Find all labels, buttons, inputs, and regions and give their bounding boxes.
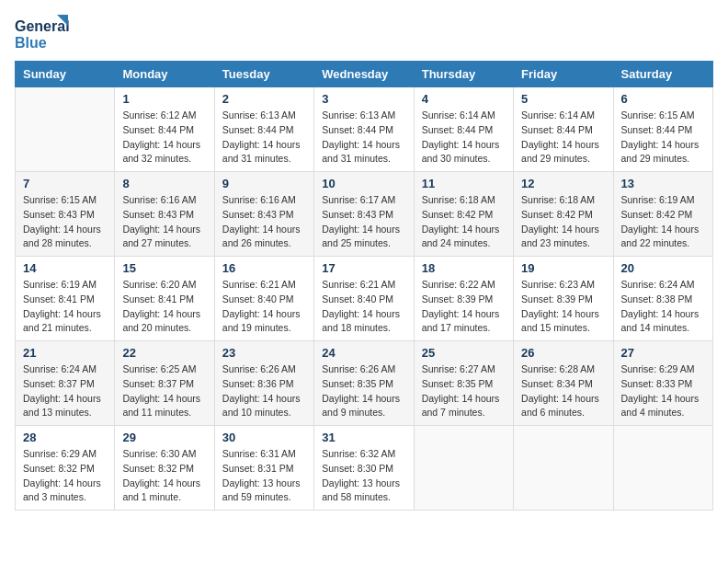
day-number: 31: [322, 431, 405, 444]
day-number: 24: [322, 346, 405, 360]
day-info: Sunrise: 6:27 AMSunset: 8:35 PMDaylight:…: [422, 362, 506, 420]
calendar-cell: 21Sunrise: 6:24 AMSunset: 8:37 PMDayligh…: [16, 341, 115, 426]
day-info: Sunrise: 6:12 AMSunset: 8:44 PMDaylight:…: [122, 109, 206, 167]
calendar-cell: 5Sunrise: 6:14 AMSunset: 8:44 PMDaylight…: [514, 87, 613, 172]
day-number: 28: [23, 431, 107, 444]
calendar-cell: 9Sunrise: 6:16 AMSunset: 8:43 PMDaylight…: [214, 172, 313, 257]
calendar-cell: 27Sunrise: 6:29 AMSunset: 8:33 PMDayligh…: [613, 341, 712, 426]
day-number: 10: [322, 177, 405, 190]
calendar-table: SundayMondayTuesdayWednesdayThursdayFrid…: [15, 61, 713, 511]
day-info: Sunrise: 6:30 AMSunset: 8:32 PMDaylight:…: [122, 447, 206, 505]
day-info: Sunrise: 6:21 AMSunset: 8:40 PMDaylight:…: [222, 278, 306, 336]
day-info: Sunrise: 6:29 AMSunset: 8:32 PMDaylight:…: [23, 447, 107, 505]
calendar-cell: 13Sunrise: 6:19 AMSunset: 8:42 PMDayligh…: [613, 172, 712, 257]
day-number: 26: [521, 346, 605, 360]
day-info: Sunrise: 6:24 AMSunset: 8:38 PMDaylight:…: [621, 278, 705, 336]
calendar-cell: 24Sunrise: 6:26 AMSunset: 8:35 PMDayligh…: [314, 341, 414, 426]
day-info: Sunrise: 6:18 AMSunset: 8:42 PMDaylight:…: [422, 193, 506, 251]
calendar-cell: 1Sunrise: 6:12 AMSunset: 8:44 PMDaylight…: [115, 87, 214, 172]
day-number: 17: [322, 261, 405, 275]
day-info: Sunrise: 6:29 AMSunset: 8:33 PMDaylight:…: [621, 362, 705, 420]
calendar-cell: 31Sunrise: 6:32 AMSunset: 8:30 PMDayligh…: [314, 426, 414, 511]
calendar-cell: 3Sunrise: 6:13 AMSunset: 8:44 PMDaylight…: [314, 87, 414, 172]
day-number: 11: [422, 177, 506, 190]
day-number: 27: [621, 346, 705, 360]
day-info: Sunrise: 6:17 AMSunset: 8:43 PMDaylight:…: [322, 193, 405, 251]
day-info: Sunrise: 6:22 AMSunset: 8:39 PMDaylight:…: [422, 278, 506, 336]
day-info: Sunrise: 6:32 AMSunset: 8:30 PMDaylight:…: [322, 447, 405, 505]
day-info: Sunrise: 6:15 AMSunset: 8:43 PMDaylight:…: [23, 193, 107, 251]
day-number: 5: [521, 92, 605, 106]
day-info: Sunrise: 6:26 AMSunset: 8:36 PMDaylight:…: [222, 362, 306, 420]
day-info: Sunrise: 6:19 AMSunset: 8:41 PMDaylight:…: [23, 278, 107, 336]
week-row-5: 28Sunrise: 6:29 AMSunset: 8:32 PMDayligh…: [16, 426, 713, 511]
day-number: 15: [122, 261, 206, 275]
header-friday: Friday: [514, 62, 613, 87]
day-number: 8: [122, 177, 206, 190]
day-number: 29: [122, 431, 206, 444]
calendar-cell: 16Sunrise: 6:21 AMSunset: 8:40 PMDayligh…: [214, 257, 313, 341]
svg-text:Blue: Blue: [15, 35, 47, 51]
day-number: 13: [621, 177, 705, 190]
calendar-cell: 29Sunrise: 6:30 AMSunset: 8:32 PMDayligh…: [115, 426, 214, 511]
calendar-cell: 6Sunrise: 6:15 AMSunset: 8:44 PMDaylight…: [613, 87, 712, 172]
day-number: 3: [322, 92, 405, 106]
day-info: Sunrise: 6:26 AMSunset: 8:35 PMDaylight:…: [322, 362, 405, 420]
day-info: Sunrise: 6:24 AMSunset: 8:37 PMDaylight:…: [23, 362, 107, 420]
day-info: Sunrise: 6:14 AMSunset: 8:44 PMDaylight:…: [521, 109, 605, 167]
day-info: Sunrise: 6:13 AMSunset: 8:44 PMDaylight:…: [222, 109, 306, 167]
day-number: 30: [222, 431, 306, 444]
calendar-cell: 11Sunrise: 6:18 AMSunset: 8:42 PMDayligh…: [414, 172, 513, 257]
day-number: 19: [521, 261, 605, 275]
day-number: 25: [422, 346, 506, 360]
calendar-cell: [613, 426, 712, 511]
calendar-cell: 4Sunrise: 6:14 AMSunset: 8:44 PMDaylight…: [414, 87, 513, 172]
logo: GeneralBlue: [15, 15, 70, 53]
calendar-cell: 17Sunrise: 6:21 AMSunset: 8:40 PMDayligh…: [314, 257, 414, 341]
day-info: Sunrise: 6:23 AMSunset: 8:39 PMDaylight:…: [521, 278, 605, 336]
week-row-3: 14Sunrise: 6:19 AMSunset: 8:41 PMDayligh…: [16, 257, 713, 341]
calendar-cell: 15Sunrise: 6:20 AMSunset: 8:41 PMDayligh…: [115, 257, 214, 341]
svg-text:General: General: [15, 18, 70, 34]
day-number: 22: [122, 346, 206, 360]
day-info: Sunrise: 6:31 AMSunset: 8:31 PMDaylight:…: [222, 447, 306, 505]
day-number: 16: [222, 261, 306, 275]
header-monday: Monday: [115, 62, 214, 87]
day-number: 21: [23, 346, 107, 360]
calendar-cell: 28Sunrise: 6:29 AMSunset: 8:32 PMDayligh…: [16, 426, 115, 511]
calendar-cell: 30Sunrise: 6:31 AMSunset: 8:31 PMDayligh…: [214, 426, 313, 511]
day-number: 4: [422, 92, 506, 106]
calendar-header-row: SundayMondayTuesdayWednesdayThursdayFrid…: [16, 62, 713, 87]
day-info: Sunrise: 6:16 AMSunset: 8:43 PMDaylight:…: [122, 193, 206, 251]
day-number: 20: [621, 261, 705, 275]
day-number: 2: [222, 92, 306, 106]
day-info: Sunrise: 6:28 AMSunset: 8:34 PMDaylight:…: [521, 362, 605, 420]
calendar-cell: 23Sunrise: 6:26 AMSunset: 8:36 PMDayligh…: [214, 341, 313, 426]
calendar-cell: 20Sunrise: 6:24 AMSunset: 8:38 PMDayligh…: [613, 257, 712, 341]
day-info: Sunrise: 6:14 AMSunset: 8:44 PMDaylight:…: [422, 109, 506, 167]
calendar-cell: 22Sunrise: 6:25 AMSunset: 8:37 PMDayligh…: [115, 341, 214, 426]
day-number: 9: [222, 177, 306, 190]
week-row-1: 1Sunrise: 6:12 AMSunset: 8:44 PMDaylight…: [16, 87, 713, 172]
calendar-cell: 18Sunrise: 6:22 AMSunset: 8:39 PMDayligh…: [414, 257, 513, 341]
header-saturday: Saturday: [613, 62, 712, 87]
header-thursday: Thursday: [414, 62, 513, 87]
calendar-cell: 14Sunrise: 6:19 AMSunset: 8:41 PMDayligh…: [16, 257, 115, 341]
day-info: Sunrise: 6:15 AMSunset: 8:44 PMDaylight:…: [621, 109, 705, 167]
day-number: 23: [222, 346, 306, 360]
calendar-cell: 8Sunrise: 6:16 AMSunset: 8:43 PMDaylight…: [115, 172, 214, 257]
calendar-cell: 2Sunrise: 6:13 AMSunset: 8:44 PMDaylight…: [214, 87, 313, 172]
day-number: 18: [422, 261, 506, 275]
calendar-cell: 25Sunrise: 6:27 AMSunset: 8:35 PMDayligh…: [414, 341, 513, 426]
calendar-cell: 7Sunrise: 6:15 AMSunset: 8:43 PMDaylight…: [16, 172, 115, 257]
calendar-cell: [414, 426, 513, 511]
header-tuesday: Tuesday: [214, 62, 313, 87]
day-number: 12: [521, 177, 605, 190]
calendar-cell: [16, 87, 115, 172]
header-wednesday: Wednesday: [314, 62, 414, 87]
day-number: 1: [122, 92, 206, 106]
calendar-cell: 10Sunrise: 6:17 AMSunset: 8:43 PMDayligh…: [314, 172, 414, 257]
week-row-2: 7Sunrise: 6:15 AMSunset: 8:43 PMDaylight…: [16, 172, 713, 257]
day-number: 7: [23, 177, 107, 190]
day-number: 6: [621, 92, 705, 106]
